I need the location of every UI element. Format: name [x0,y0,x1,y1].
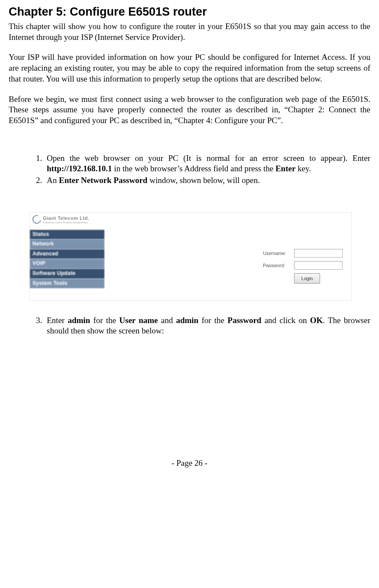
page-number: - Page 26 - [9,458,370,469]
password-label: Password: [263,262,291,268]
login-button[interactable]: Login [294,273,320,284]
login-screenshot: Giant Telecom Ltd. Industrial Class Prod… [29,212,352,301]
nav-system-tools[interactable]: System Tools [30,279,104,289]
steps-list: Open the web browser on your PC (It is n… [29,153,370,186]
logo-icon [31,213,42,225]
nav-network[interactable]: Network [30,239,104,249]
step-2: An Enter Network Password window, shown … [44,175,370,186]
sidebar-nav: Status Network Advanced VOIP Software Up… [30,230,104,289]
logo-area: Giant Telecom Ltd. Industrial Class Prod… [32,215,89,225]
step-3: Enter admin for the User name and admin … [44,315,370,336]
login-box: Username: Password: Login [263,249,343,284]
nav-software-update[interactable]: Software Update [30,269,104,279]
username-input[interactable] [294,249,343,258]
username-label: Username: [263,250,291,256]
password-input[interactable] [294,261,343,270]
steps-list-cont: Enter admin for the User name and admin … [29,315,370,336]
intro-para-3: Before we begin, we must first connect u… [9,94,370,126]
nav-advanced[interactable]: Advanced [30,249,104,259]
intro-para-1: This chapter will show you how to config… [9,21,370,42]
step-1: Open the web browser on your PC (It is n… [44,153,370,174]
logo-subtext: Industrial Class Product Established [43,221,89,225]
chapter-title: Chapter 5: Configure E6501S router [9,4,370,20]
nav-voip[interactable]: VOIP [30,259,104,269]
intro-para-2: Your ISP will have provided information … [9,52,370,84]
logo-text: Giant Telecom Ltd. [43,215,89,221]
nav-status[interactable]: Status [30,230,104,240]
